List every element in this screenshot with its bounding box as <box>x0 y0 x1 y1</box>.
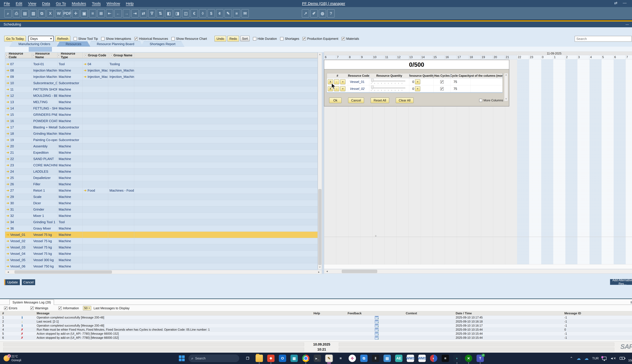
table-row[interactable]: ➔23 CORE MACHINE Machine ➔ <box>5 162 318 168</box>
feedback-icon[interactable] <box>375 328 378 332</box>
link-arrow-icon[interactable]: ➔ <box>6 100 9 104</box>
payment-means-icon[interactable]: ▤ <box>21 9 28 18</box>
link-arrow-icon[interactable]: ➔ <box>6 144 9 148</box>
filter-checkbox[interactable]: Production Equipment <box>302 37 338 40</box>
link-arrow-icon[interactable]: ➔ <box>6 88 9 92</box>
refresh-record-icon[interactable]: ⇄ <box>140 9 147 18</box>
muted-speaker-icon[interactable]: ◄✕ <box>610 356 616 360</box>
export-word-icon[interactable]: W <box>55 9 62 18</box>
link-arrow-icon[interactable]: ➔ <box>6 75 9 79</box>
taskbar-clock[interactable]: 10:21 10/09/2025 <box>628 354 632 362</box>
table-row[interactable]: ➔36 Gravy Mixer Machine ➔ <box>5 225 318 232</box>
table-row[interactable]: ➔30 Dicer Machine ➔ <box>5 200 318 206</box>
table-row[interactable]: ➔17 Blasting + Metalllizatic Subcontract… <box>5 124 318 130</box>
copy-window-icon[interactable]: ⧉ <box>38 9 46 18</box>
message-row[interactable]: 1 ℹ ↓ ✗ Operation completed successfully… <box>0 316 632 320</box>
link-arrow-icon[interactable]: ➔ <box>6 126 9 129</box>
link-arrow-icon[interactable]: ➔ <box>6 138 9 142</box>
scroll-down-icon[interactable]: ˅ <box>504 97 508 100</box>
filter-checkbox[interactable]: Materials <box>342 37 359 40</box>
resource-table-vscrollbar[interactable]: ˄ ˅ <box>318 52 322 270</box>
network-icon[interactable] <box>602 357 606 360</box>
link-arrow-icon[interactable]: ➔ <box>6 201 9 205</box>
previous-record-icon[interactable]: ← <box>114 9 122 18</box>
table-row[interactable]: ➔15 GRINDERS PNEMAT Machine ➔ <box>5 112 318 118</box>
menu-item[interactable]: Window <box>106 2 120 6</box>
link-arrow-icon[interactable]: ➔ <box>6 163 9 167</box>
link-arrow-icon[interactable]: ➔ <box>6 239 9 243</box>
first-record-icon[interactable]: ⇤ <box>106 9 113 18</box>
annotation-icon[interactable]: ✐ <box>310 9 318 18</box>
link-arrow-icon[interactable]: ➔ <box>6 226 9 230</box>
document-currency-icon[interactable]: € <box>190 9 198 18</box>
edit-icon[interactable]: ✎ <box>224 9 232 18</box>
link-arrow-icon[interactable]: ➔ <box>6 188 9 192</box>
menu-item[interactable]: Help <box>126 2 134 6</box>
sap-business-one[interactable]: ✎ <box>325 355 333 362</box>
lock-screen-icon[interactable]: ▣ <box>80 9 88 18</box>
feedback-icon[interactable] <box>375 332 378 336</box>
link-arrow-icon[interactable]: ➔ <box>6 81 9 85</box>
link-arrow-icon[interactable]: ➔ <box>6 151 9 154</box>
table-row[interactable]: ➔19 Painting Co-operation Subcontractor … <box>5 137 318 143</box>
table-row[interactable]: ➔29 Scale Machine ➔ <box>5 194 318 200</box>
feedback-icon[interactable] <box>375 320 378 323</box>
undo-button[interactable]: Undo <box>214 36 226 42</box>
checkbox-icon[interactable] <box>302 37 306 40</box>
erp-cube[interactable]: ▦ <box>290 355 298 362</box>
next-window-icon[interactable]: ⊞ <box>98 9 105 18</box>
scroll-left-icon[interactable]: ◂ <box>325 270 329 273</box>
checkbox-icon[interactable] <box>30 306 34 310</box>
table-row[interactable]: ➔Vessel_04 Vessel 75 kg Machine ➔ <box>5 251 318 257</box>
tab[interactable]: Resources <box>57 41 90 47</box>
dialog-button[interactable]: Cancel <box>348 98 364 103</box>
start-button[interactable] <box>179 356 185 361</box>
table-row[interactable]: ➔18 Grinding Machine 01 Machine ➔ <box>5 130 318 137</box>
link-arrow-icon[interactable]: ➔ <box>6 246 9 249</box>
dock-icon[interactable]: ▤ <box>630 300 632 304</box>
has-cycles-checkbox[interactable] <box>440 80 444 84</box>
link-arrow-icon[interactable]: ➔ <box>6 208 9 212</box>
link-arrow-icon[interactable]: ➔ <box>84 188 86 192</box>
checkbox-icon[interactable] <box>253 37 256 40</box>
table-row[interactable]: ➔24 LADDLES Machine ➔ <box>5 168 318 175</box>
table-row[interactable]: ➔10 Subcontractor_Operat Subcontractor ➔ <box>5 80 318 86</box>
task-view[interactable]: ❐ <box>244 355 251 362</box>
table-row[interactable]: ➔Vessel_06 Vessel 750 kg Machine ➔ <box>5 263 318 270</box>
menu-item[interactable]: Edit <box>16 2 22 6</box>
tray-expand-icon[interactable]: ⌃ <box>570 356 573 360</box>
link-arrow-icon[interactable]: ➔ <box>6 195 9 199</box>
tab[interactable]: Resource Planning Board <box>88 41 143 47</box>
link-arrow-icon[interactable]: ➔ <box>6 106 9 110</box>
find-window-icon[interactable]: ⌗ <box>89 9 96 18</box>
link-arrow-icon[interactable]: ➔ <box>84 75 86 79</box>
checkbox-icon[interactable] <box>172 37 175 40</box>
gantt-hscrollbar[interactable]: ◂ ▸ <box>324 269 632 274</box>
go-to-today-button[interactable]: Go To Today <box>4 36 26 42</box>
information-checkbox[interactable]: Information <box>58 306 79 310</box>
quick-app[interactable]: ❖ <box>267 355 274 362</box>
table-row[interactable]: ➔13 MELTING Machine ➔ <box>5 99 318 105</box>
table-row[interactable]: ➔25 Depalletizer Machine ➔ <box>5 175 318 181</box>
help-icon[interactable]: ? <box>327 9 334 18</box>
table-row[interactable]: ➔16 POWDER COATING I Machine ➔ <box>5 118 318 124</box>
message-row[interactable]: 4 ℹ ↓ ✗ Run Rate must be eihter Fixed Ho… <box>0 328 632 332</box>
link-arrow-icon[interactable]: ➔ <box>6 182 9 186</box>
link-arrow-icon[interactable]: ➔ <box>6 94 9 98</box>
settings-icon[interactable]: ¤ <box>233 9 240 18</box>
filter-checkbox[interactable]: Hide Duration <box>253 37 277 40</box>
dialog-button[interactable]: Clear All <box>396 98 414 103</box>
filter-icon[interactable]: ▼ <box>110 54 112 57</box>
minimize-icon[interactable]: — <box>625 22 630 26</box>
table-row[interactable]: ➔07 Tool-01 Tool ➔04 Tooling <box>5 61 318 67</box>
column-header[interactable]: ▼Group Name <box>108 52 134 58</box>
find-price-icon[interactable]: ¢ <box>216 9 223 18</box>
slider-thumb[interactable] <box>371 79 374 83</box>
outlook[interactable]: O <box>279 355 286 362</box>
find-icon[interactable]: ⌕ <box>4 9 12 18</box>
table-row[interactable]: ➔08 Injection Machine_01_ Machine ➔Injec… <box>5 67 318 74</box>
table-row[interactable]: ➔32 Mixer 1 Machine ➔ <box>5 213 318 219</box>
filter-icon[interactable]: ▼ <box>32 54 34 57</box>
table-row[interactable]: ➔20 Assembly Machine ➔ <box>5 143 318 150</box>
dialog-button[interactable]: Reset All <box>370 98 389 103</box>
